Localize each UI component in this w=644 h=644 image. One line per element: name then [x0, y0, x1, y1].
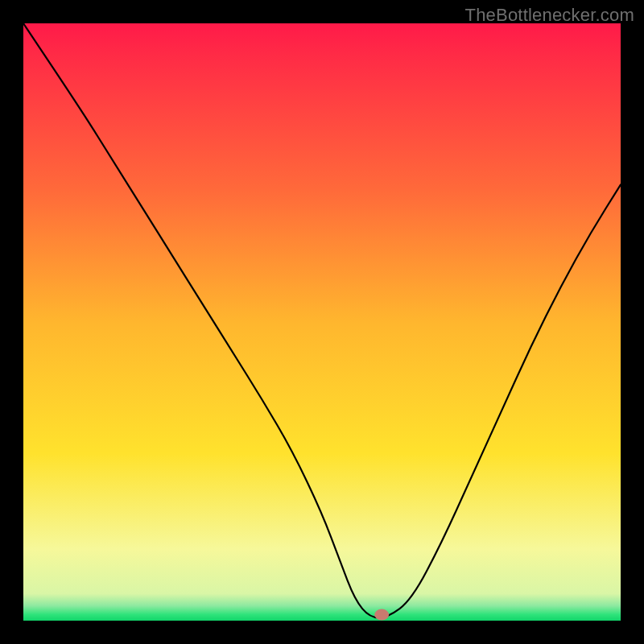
plot-frame: [23, 23, 621, 621]
chart-container: TheBottlenecker.com: [0, 0, 644, 644]
bottleneck-curve-chart: [23, 23, 621, 621]
watermark-text: TheBottlenecker.com: [465, 5, 634, 26]
